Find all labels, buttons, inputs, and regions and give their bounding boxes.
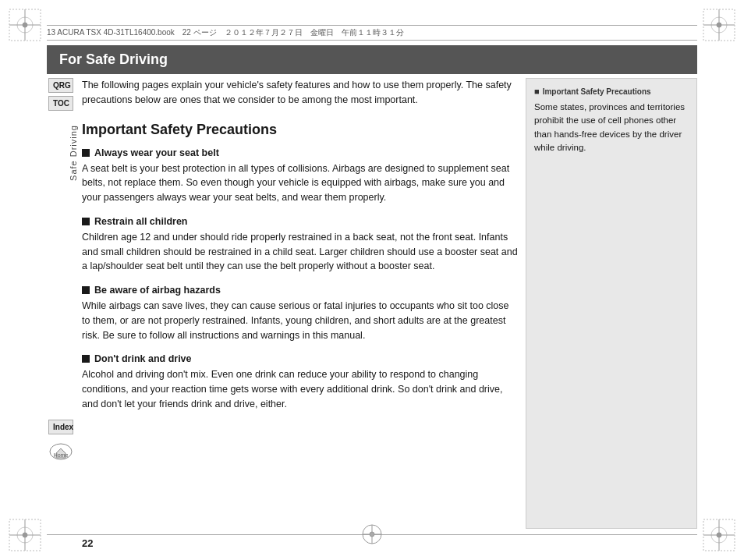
subsection-title-children: Restrain all children [94, 216, 187, 227]
qrg-button[interactable]: QRG [48, 78, 73, 93]
corner-decoration-tr [700, 6, 738, 44]
file-info-text: 13 ACURA TSX 4D-31TL16400.book 22 ページ ２０… [47, 27, 404, 38]
bullet-icon-4 [82, 355, 90, 363]
bullet-icon-2 [82, 218, 90, 225]
lower-sidebar: Index Home [47, 413, 75, 463]
right-panel-body: Some states, provinces and territories p… [534, 101, 689, 154]
safe-driving-label: Safe Driving [69, 125, 78, 181]
corner-decoration-tl [6, 6, 44, 44]
subsection-title-drink-drive: Don't drink and drive [94, 353, 192, 364]
page-title: For Safe Driving [59, 51, 685, 68]
subsection-heading-airbag: Be aware of airbag hazards [82, 285, 518, 296]
subsection-heading-seat-belt: Always wear your seat belt [82, 147, 518, 158]
subsection-children: Restrain all children Children age 12 an… [82, 216, 518, 274]
subsection-title-airbag: Be aware of airbag hazards [94, 285, 221, 296]
subsection-body-airbag: While airbags can save lives, they can c… [82, 299, 518, 342]
main-content: The following pages explain your vehicle… [82, 78, 518, 529]
subsection-airbag: Be aware of airbag hazards While airbags… [82, 285, 518, 342]
bullet-icon-3 [82, 286, 90, 294]
right-panel-title: ■ Important Safety Precautions [534, 87, 689, 96]
index-button[interactable]: Index [48, 420, 73, 434]
corner-decoration-bl [6, 516, 44, 554]
subsection-body-seat-belt: A seat belt is your best protection in a… [82, 161, 518, 205]
subsection-seat-belt: Always wear your seat belt A seat belt i… [82, 147, 518, 205]
corner-decoration-br [700, 516, 738, 554]
svg-point-3 [23, 23, 27, 27]
right-panel-title-icon: ■ [534, 87, 540, 96]
page-header: For Safe Driving [47, 45, 697, 74]
svg-point-18 [717, 533, 721, 537]
left-sidebar: QRG TOC [47, 78, 75, 111]
svg-point-8 [717, 23, 721, 27]
subsection-heading-children: Restrain all children [82, 216, 518, 227]
svg-point-25 [370, 532, 374, 537]
subsection-body-drink-drive: Alcohol and driving don't mix. Even one … [82, 367, 518, 411]
right-panel-title-text: Important Safety Precautions [543, 87, 651, 96]
bullet-icon [82, 149, 90, 157]
home-button[interactable]: Home [47, 441, 75, 463]
subsection-title-seat-belt: Always wear your seat belt [94, 147, 219, 158]
svg-text:Home: Home [54, 452, 69, 458]
subsection-heading-drink-drive: Don't drink and drive [82, 353, 518, 364]
section-title: Important Safety Precautions [82, 122, 518, 138]
right-panel: ■ Important Safety Precautions Some stat… [526, 78, 697, 529]
center-compass [360, 522, 384, 549]
file-metadata: 13 ACURA TSX 4D-31TL16400.book 22 ページ ２０… [47, 25, 697, 41]
subsection-drink-drive: Don't drink and drive Alcohol and drivin… [82, 353, 518, 411]
svg-point-13 [23, 533, 27, 537]
subsection-body-children: Children age 12 and under should ride pr… [82, 230, 518, 274]
toc-button[interactable]: TOC [48, 96, 73, 111]
page-number: 22 [82, 537, 93, 549]
intro-paragraph: The following pages explain your vehicle… [82, 78, 518, 108]
